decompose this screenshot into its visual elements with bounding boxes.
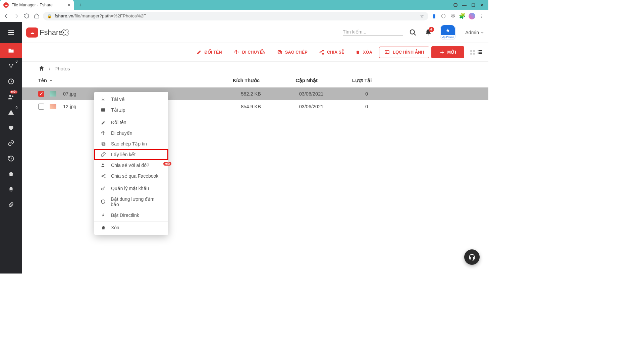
svg-point-31 xyxy=(102,188,103,190)
column-header-name[interactable]: Tên xyxy=(38,78,216,83)
list-view-icon[interactable] xyxy=(477,49,483,55)
sidebar-item-friends[interactable]: 0 xyxy=(0,58,22,74)
action-toolbar: ĐỔI TÊN DI CHUYỂN SAO CHÉP CHIA SẺ XÓA L… xyxy=(22,43,488,62)
column-header-updated[interactable]: Cập Nhật xyxy=(276,78,337,83)
ctx-share-with[interactable]: Chia sẻ với ai đó?MỚI xyxy=(94,160,168,171)
ctx-download[interactable]: Tải về xyxy=(94,94,168,105)
ext-icon-2[interactable]: ⬡ xyxy=(440,13,446,19)
window-minimize-icon[interactable]: — xyxy=(462,3,467,8)
breadcrumb: / Photos xyxy=(22,62,488,74)
svg-rect-23 xyxy=(479,53,482,54)
sidebar-item-group[interactable]: MỚI xyxy=(0,89,22,105)
svg-rect-18 xyxy=(478,50,478,51)
new-tab-button[interactable]: + xyxy=(76,1,85,9)
sidebar-item-links[interactable] xyxy=(0,135,22,151)
nav-reload-icon[interactable] xyxy=(23,12,30,20)
svg-rect-26 xyxy=(102,142,104,145)
lock-icon: 🔒 xyxy=(47,14,52,18)
window-close-icon[interactable]: ✕ xyxy=(480,3,484,8)
file-thumbnail-icon xyxy=(50,104,56,109)
window-maximize-icon[interactable]: ☐ xyxy=(471,3,475,8)
address-bar[interactable]: 🔒 fshare.vn/file/manager?path=%2FPhotos%… xyxy=(43,12,428,20)
share-button[interactable]: CHIA SẺ xyxy=(314,47,349,58)
sort-asc-icon xyxy=(49,78,53,82)
file-updated: 03/06/2021 xyxy=(281,91,341,97)
user-menu[interactable]: Admin xyxy=(465,30,484,35)
nav-back-icon[interactable] xyxy=(3,12,10,20)
rename-button[interactable]: ĐỔI TÊN xyxy=(192,47,226,58)
ctx-move[interactable]: Di chuyển xyxy=(94,128,168,138)
url-path: /file/manager?path=%2FPhotos%2F xyxy=(73,13,146,18)
sidebar-badge-warn: 0 xyxy=(15,106,17,110)
search-input[interactable] xyxy=(343,29,403,35)
headset-icon xyxy=(468,253,476,261)
link-icon xyxy=(100,152,106,157)
vip-promo-badge[interactable]: ★ Vip Promo xyxy=(440,25,456,40)
svg-rect-7 xyxy=(279,51,281,54)
window-account-icon[interactable] xyxy=(453,3,458,7)
profile-avatar-icon[interactable] xyxy=(469,13,475,19)
ext-icon-1[interactable]: ▮ xyxy=(431,13,437,19)
filter-images-button[interactable]: LỌC HÌNH ẢNH xyxy=(379,47,429,58)
svg-point-2 xyxy=(10,66,12,68)
sidebar-item-trash[interactable] xyxy=(0,166,22,182)
tab-close-icon[interactable]: × xyxy=(68,2,70,8)
browser-menu-icon[interactable]: ⋮ xyxy=(479,13,484,19)
ctx-directlink[interactable]: Bật Directlink xyxy=(94,210,168,221)
svg-point-0 xyxy=(9,64,10,65)
sidebar-item-recent[interactable] xyxy=(0,74,22,89)
new-button[interactable]: MỚI xyxy=(431,46,465,58)
row-checkbox[interactable] xyxy=(38,104,44,110)
svg-rect-15 xyxy=(473,50,475,52)
notifications-bell-icon[interactable]: 4 xyxy=(425,29,432,36)
vip-label: Vip Promo xyxy=(440,35,455,39)
sidebar-item-favorites[interactable] xyxy=(0,120,22,135)
search-field[interactable] xyxy=(343,29,403,36)
svg-point-4 xyxy=(9,95,11,97)
url-domain: fshare.vn xyxy=(55,13,73,18)
ctx-get-link[interactable]: Lấy liên kết xyxy=(94,149,168,160)
breadcrumb-current[interactable]: Photos xyxy=(54,66,70,71)
user-label: Admin xyxy=(465,30,479,35)
svg-rect-17 xyxy=(473,53,475,54)
column-header-downloads[interactable]: Lượt Tải xyxy=(337,78,387,83)
ctx-delete[interactable]: Xóa xyxy=(94,222,168,233)
search-icon[interactable] xyxy=(409,29,417,36)
column-header-size[interactable]: Kích Thước xyxy=(216,78,276,83)
sidebar-item-files[interactable] xyxy=(0,43,22,58)
delete-button[interactable]: XÓA xyxy=(351,47,377,58)
move-button[interactable]: DI CHUYỂN xyxy=(229,47,270,58)
share-icon xyxy=(100,174,106,179)
app-logo[interactable]: ☁ Fshare xyxy=(26,27,69,38)
ctx-guaranteed-storage[interactable]: Bật dung lượng đảm bảo xyxy=(94,194,168,210)
bookmark-star-icon[interactable]: ☆ xyxy=(420,13,424,19)
grid-view-icon[interactable] xyxy=(470,49,476,55)
ctx-download-zip[interactable]: Tải zip xyxy=(94,105,168,115)
ctx-copy[interactable]: Sao chép Tập tin xyxy=(94,138,168,149)
row-checkbox[interactable]: ✓ xyxy=(38,91,44,97)
table-row[interactable]: ✓ 07.jpg 582.2 KB 03/06/2021 0 xyxy=(22,87,488,100)
extensions-puzzle-icon[interactable]: 🧩 xyxy=(459,13,465,19)
menu-hamburger-icon[interactable] xyxy=(0,22,22,43)
svg-rect-21 xyxy=(479,52,482,52)
nav-home-icon[interactable] xyxy=(33,12,40,20)
browser-tab[interactable]: ☁ File Manager - Fshare × xyxy=(0,0,74,10)
table-row[interactable]: 12.jpg 854.9 KB 03/06/2021 0 xyxy=(22,100,488,113)
browser-tabstrip: ☁ File Manager - Fshare × + — ☐ ✕ xyxy=(0,0,488,10)
browser-toolbar: 🔒 fshare.vn/file/manager?path=%2FPhotos%… xyxy=(0,10,488,22)
sidebar-item-notifications[interactable] xyxy=(0,182,22,197)
ext-icon-3[interactable]: ✼ xyxy=(450,13,456,19)
svg-point-6 xyxy=(410,29,414,34)
ctx-rename[interactable]: Đổi tên xyxy=(94,117,168,128)
trash-icon xyxy=(100,225,106,230)
logo-ball-icon xyxy=(62,29,69,36)
sidebar-item-attachments[interactable] xyxy=(0,197,22,213)
sidebar-item-warning[interactable]: 0 xyxy=(0,105,22,120)
breadcrumb-home-icon[interactable] xyxy=(38,65,45,72)
ctx-password[interactable]: Quản lý mật khẩu xyxy=(94,183,168,194)
ctx-share-facebook[interactable]: Chia sẻ qua Facebook xyxy=(94,171,168,181)
sidebar-item-history[interactable] xyxy=(0,151,22,166)
copy-button[interactable]: SAO CHÉP xyxy=(272,47,312,58)
support-fab[interactable] xyxy=(464,249,480,265)
svg-rect-19 xyxy=(479,50,482,51)
